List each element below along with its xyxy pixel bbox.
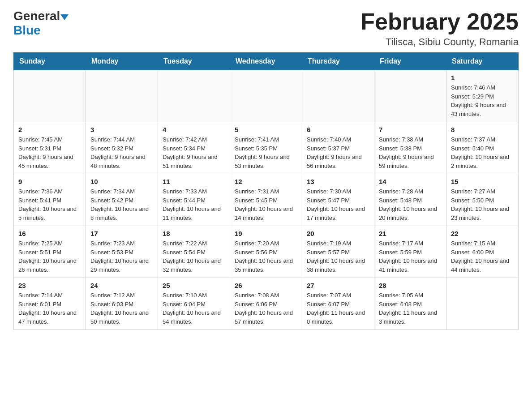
calendar-table: SundayMondayTuesdayWednesdayThursdayFrid…	[13, 52, 519, 330]
day-number: 25	[163, 282, 225, 289]
calendar-cell: 11Sunrise: 7:33 AM Sunset: 5:44 PM Dayli…	[158, 174, 230, 226]
day-header-wednesday: Wednesday	[230, 53, 302, 70]
day-number: 11	[163, 178, 225, 185]
calendar-cell: 14Sunrise: 7:28 AM Sunset: 5:48 PM Dayli…	[374, 174, 446, 226]
logo-general-text: General	[13, 9, 60, 23]
calendar-cell: 26Sunrise: 7:08 AM Sunset: 6:06 PM Dayli…	[230, 278, 302, 330]
logo-blue-text: Blue	[13, 23, 41, 38]
calendar-cell: 23Sunrise: 7:14 AM Sunset: 6:01 PM Dayli…	[14, 278, 86, 330]
day-number: 6	[307, 126, 369, 133]
page-header: General Blue February 2025 Tilisca, Sibi…	[13, 9, 519, 48]
calendar-cell	[446, 278, 519, 330]
day-number: 7	[379, 126, 442, 133]
day-info: Sunrise: 7:12 AM Sunset: 6:03 PM Dayligh…	[90, 291, 153, 326]
day-info: Sunrise: 7:33 AM Sunset: 5:44 PM Dayligh…	[163, 187, 225, 222]
day-info: Sunrise: 7:27 AM Sunset: 5:50 PM Dayligh…	[451, 187, 514, 222]
day-number: 5	[235, 126, 297, 133]
day-number: 21	[379, 230, 442, 237]
calendar-cell: 16Sunrise: 7:25 AM Sunset: 5:51 PM Dayli…	[14, 226, 86, 278]
day-header-sunday: Sunday	[14, 53, 86, 70]
calendar-cell: 21Sunrise: 7:17 AM Sunset: 5:59 PM Dayli…	[374, 226, 446, 278]
day-info: Sunrise: 7:22 AM Sunset: 5:54 PM Dayligh…	[163, 239, 225, 274]
day-info: Sunrise: 7:28 AM Sunset: 5:48 PM Dayligh…	[379, 187, 442, 222]
calendar-cell	[158, 70, 230, 122]
week-row-2: 2Sunrise: 7:45 AM Sunset: 5:31 PM Daylig…	[14, 122, 519, 174]
day-number: 28	[379, 282, 442, 289]
day-info: Sunrise: 7:38 AM Sunset: 5:38 PM Dayligh…	[379, 135, 442, 170]
calendar-cell: 18Sunrise: 7:22 AM Sunset: 5:54 PM Dayli…	[158, 226, 230, 278]
day-info: Sunrise: 7:07 AM Sunset: 6:07 PM Dayligh…	[307, 291, 369, 326]
calendar-cell: 6Sunrise: 7:40 AM Sunset: 5:37 PM Daylig…	[302, 122, 374, 174]
day-number: 3	[90, 126, 153, 133]
day-header-thursday: Thursday	[302, 53, 374, 70]
day-info: Sunrise: 7:14 AM Sunset: 6:01 PM Dayligh…	[18, 291, 81, 326]
calendar-cell: 7Sunrise: 7:38 AM Sunset: 5:38 PM Daylig…	[374, 122, 446, 174]
calendar-cell: 19Sunrise: 7:20 AM Sunset: 5:56 PM Dayli…	[230, 226, 302, 278]
calendar-cell: 12Sunrise: 7:31 AM Sunset: 5:45 PM Dayli…	[230, 174, 302, 226]
calendar-cell: 15Sunrise: 7:27 AM Sunset: 5:50 PM Dayli…	[446, 174, 519, 226]
day-info: Sunrise: 7:25 AM Sunset: 5:51 PM Dayligh…	[18, 239, 81, 274]
day-info: Sunrise: 7:17 AM Sunset: 5:59 PM Dayligh…	[379, 239, 442, 274]
day-number: 18	[163, 230, 225, 237]
day-number: 27	[307, 282, 369, 289]
week-row-4: 16Sunrise: 7:25 AM Sunset: 5:51 PM Dayli…	[14, 226, 519, 278]
logo: General Blue	[13, 9, 69, 38]
day-info: Sunrise: 7:34 AM Sunset: 5:42 PM Dayligh…	[90, 187, 153, 222]
day-info: Sunrise: 7:36 AM Sunset: 5:41 PM Dayligh…	[18, 187, 81, 222]
day-info: Sunrise: 7:20 AM Sunset: 5:56 PM Dayligh…	[235, 239, 297, 274]
calendar-cell	[302, 70, 374, 122]
day-number: 23	[18, 282, 81, 289]
day-number: 1	[451, 74, 514, 81]
day-info: Sunrise: 7:05 AM Sunset: 6:08 PM Dayligh…	[379, 291, 442, 326]
calendar-cell: 9Sunrise: 7:36 AM Sunset: 5:41 PM Daylig…	[14, 174, 86, 226]
day-number: 12	[235, 178, 297, 185]
day-number: 26	[235, 282, 297, 289]
calendar-cell	[230, 70, 302, 122]
calendar-cell: 2Sunrise: 7:45 AM Sunset: 5:31 PM Daylig…	[14, 122, 86, 174]
day-info: Sunrise: 7:42 AM Sunset: 5:34 PM Dayligh…	[163, 135, 225, 170]
calendar-cell: 8Sunrise: 7:37 AM Sunset: 5:40 PM Daylig…	[446, 122, 519, 174]
calendar-cell: 1Sunrise: 7:46 AM Sunset: 5:29 PM Daylig…	[446, 70, 519, 122]
title-block: February 2025 Tilisca, Sibiu County, Rom…	[360, 9, 519, 48]
day-info: Sunrise: 7:19 AM Sunset: 5:57 PM Dayligh…	[307, 239, 369, 274]
week-row-1: 1Sunrise: 7:46 AM Sunset: 5:29 PM Daylig…	[14, 70, 519, 122]
day-number: 17	[90, 230, 153, 237]
day-number: 19	[235, 230, 297, 237]
calendar-cell: 22Sunrise: 7:15 AM Sunset: 6:00 PM Dayli…	[446, 226, 519, 278]
day-info: Sunrise: 7:40 AM Sunset: 5:37 PM Dayligh…	[307, 135, 369, 170]
calendar-cell: 5Sunrise: 7:41 AM Sunset: 5:35 PM Daylig…	[230, 122, 302, 174]
calendar-cell: 25Sunrise: 7:10 AM Sunset: 6:04 PM Dayli…	[158, 278, 230, 330]
day-header-saturday: Saturday	[446, 53, 519, 70]
day-info: Sunrise: 7:30 AM Sunset: 5:47 PM Dayligh…	[307, 187, 369, 222]
calendar-cell: 20Sunrise: 7:19 AM Sunset: 5:57 PM Dayli…	[302, 226, 374, 278]
day-info: Sunrise: 7:45 AM Sunset: 5:31 PM Dayligh…	[18, 135, 81, 170]
calendar-cell	[374, 70, 446, 122]
day-info: Sunrise: 7:37 AM Sunset: 5:40 PM Dayligh…	[451, 135, 514, 170]
day-number: 2	[18, 126, 81, 133]
calendar-cell: 28Sunrise: 7:05 AM Sunset: 6:08 PM Dayli…	[374, 278, 446, 330]
week-row-5: 23Sunrise: 7:14 AM Sunset: 6:01 PM Dayli…	[14, 278, 519, 330]
calendar-cell	[86, 70, 158, 122]
calendar-cell: 3Sunrise: 7:44 AM Sunset: 5:32 PM Daylig…	[86, 122, 158, 174]
day-number: 22	[451, 230, 514, 237]
day-info: Sunrise: 7:10 AM Sunset: 6:04 PM Dayligh…	[163, 291, 225, 326]
day-number: 15	[451, 178, 514, 185]
day-number: 10	[90, 178, 153, 185]
day-number: 16	[18, 230, 81, 237]
calendar-header-row: SundayMondayTuesdayWednesdayThursdayFrid…	[14, 53, 519, 70]
day-info: Sunrise: 7:08 AM Sunset: 6:06 PM Dayligh…	[235, 291, 297, 326]
day-header-tuesday: Tuesday	[158, 53, 230, 70]
calendar-title: February 2025	[360, 9, 519, 34]
day-number: 20	[307, 230, 369, 237]
day-header-monday: Monday	[86, 53, 158, 70]
calendar-cell: 17Sunrise: 7:23 AM Sunset: 5:53 PM Dayli…	[86, 226, 158, 278]
calendar-subtitle: Tilisca, Sibiu County, Romania	[360, 36, 519, 48]
calendar-cell: 24Sunrise: 7:12 AM Sunset: 6:03 PM Dayli…	[86, 278, 158, 330]
calendar-cell: 13Sunrise: 7:30 AM Sunset: 5:47 PM Dayli…	[302, 174, 374, 226]
calendar-cell	[14, 70, 86, 122]
day-info: Sunrise: 7:31 AM Sunset: 5:45 PM Dayligh…	[235, 187, 297, 222]
calendar-cell: 10Sunrise: 7:34 AM Sunset: 5:42 PM Dayli…	[86, 174, 158, 226]
calendar-cell: 27Sunrise: 7:07 AM Sunset: 6:07 PM Dayli…	[302, 278, 374, 330]
day-info: Sunrise: 7:15 AM Sunset: 6:00 PM Dayligh…	[451, 239, 514, 274]
day-info: Sunrise: 7:44 AM Sunset: 5:32 PM Dayligh…	[90, 135, 153, 170]
